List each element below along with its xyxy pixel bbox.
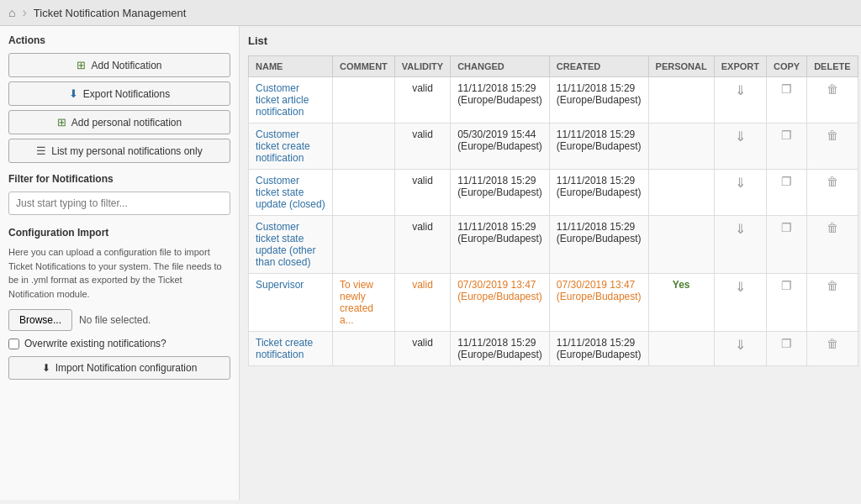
cell-name: Customer ticket state update (closed) [249,170,333,216]
list-title: List [248,34,853,47]
cell-copy: ❐ [766,123,806,170]
cell-changed: 11/11/2018 15:29(Europe/Budapest) [451,77,550,123]
cell-delete: 🗑 [807,274,858,332]
delete-icon[interactable]: 🗑 [827,337,838,350]
browse-button[interactable]: Browse... [8,309,72,331]
export-icon[interactable]: ⇓ [735,83,746,97]
col-delete: DELETE [807,56,858,77]
cell-validity: valid [394,274,450,332]
notification-name-link[interactable]: Customer ticket state update (other than… [256,221,315,268]
cell-delete: 🗑 [807,332,858,366]
cell-personal [648,123,714,170]
home-icon[interactable]: ⌂ [8,6,15,19]
cell-created: 11/11/2018 15:29(Europe/Budapest) [549,123,648,170]
breadcrumb-separator: › [22,5,26,20]
list-icon: ☰ [36,144,46,157]
cell-created: 11/11/2018 15:29(Europe/Budapest) [549,170,648,216]
export-icon[interactable]: ⇓ [735,129,746,144]
col-name: NAME [249,56,333,77]
cell-validity: valid [394,77,450,123]
cell-validity: valid [394,216,450,274]
cell-name: Customer ticket state update (other than… [249,216,333,274]
cell-copy: ❐ [766,274,806,332]
notification-name-link[interactable]: Customer ticket create notification [256,129,310,164]
cell-copy: ❐ [766,77,806,123]
delete-icon[interactable]: 🗑 [827,129,838,142]
delete-icon[interactable]: 🗑 [827,175,838,188]
export-icon[interactable]: ⇓ [735,338,746,352]
config-section: Configuration Import Here you can upload… [8,227,230,380]
sidebar: Actions ⊞ Add Notification ⬇ Export Noti… [0,26,240,500]
copy-icon[interactable]: ❐ [781,221,792,234]
copy-icon[interactable]: ❐ [781,129,792,142]
cell-changed: 05/30/2019 15:44(Europe/Budapest) [451,123,550,170]
filter-title: Filter for Notifications [8,173,230,185]
cell-delete: 🗑 [807,170,858,216]
col-export: EXPORT [714,56,766,77]
cell-export: ⇓ [714,77,766,123]
overwrite-checkbox[interactable] [8,339,19,349]
cell-copy: ❐ [766,216,806,274]
cell-comment [333,123,395,170]
col-validity: VALIDITY [394,56,450,77]
cell-export: ⇓ [714,216,766,274]
cell-name: Ticket create notification [249,332,333,366]
cell-changed: 11/11/2018 15:29(Europe/Budapest) [451,170,550,216]
delete-icon[interactable]: 🗑 [827,221,838,234]
table-row: Customer ticket state update (closed)val… [249,170,858,216]
notification-name-link[interactable]: Customer ticket state update (closed) [256,175,325,210]
cell-comment [333,77,395,123]
cell-personal [648,77,714,123]
cell-copy: ❐ [766,170,806,216]
page-title: Ticket Notification Management [34,7,187,19]
import-icon: ⬇ [42,362,50,374]
copy-icon[interactable]: ❐ [781,279,792,292]
cell-copy: ❐ [766,332,806,366]
cell-export: ⇓ [714,170,766,216]
cell-validity: valid [394,170,450,216]
export-icon[interactable]: ⇓ [735,280,746,294]
col-created: CREATED [549,56,648,77]
cell-changed: 11/11/2018 15:29(Europe/Budapest) [451,216,550,274]
config-description: Here you can upload a configuration file… [8,245,230,301]
copy-icon[interactable]: ❐ [781,82,792,96]
table-header-row: NAME COMMENT VALIDITY CHANGED CREATED PE… [249,56,858,77]
plus-icon-2: ⊞ [57,116,66,129]
config-title: Configuration Import [8,227,230,239]
col-changed: CHANGED [451,56,550,77]
plus-icon: ⊞ [77,59,86,71]
col-comment: COMMENT [333,56,395,77]
col-personal: PERSONAL [648,56,714,77]
import-button[interactable]: ⬇ Import Notification configuration [8,356,230,380]
export-notifications-button[interactable]: ⬇ Export Notifications [8,81,230,106]
notification-name-link[interactable]: Supervisor [256,279,304,291]
filter-section: Filter for Notifications [8,173,230,215]
copy-icon[interactable]: ❐ [781,175,792,188]
add-notification-button[interactable]: ⊞ Add Notification [8,53,230,77]
list-personal-button[interactable]: ☰ List my personal notifications only [8,139,230,163]
delete-icon[interactable]: 🗑 [827,279,838,292]
cell-name: Customer ticket create notification [249,123,333,170]
notification-name-link[interactable]: Customer ticket article notification [256,82,309,118]
cell-created: 07/30/2019 13:47(Europe/Budapest) [549,274,648,332]
table-row: Customer ticket create notificationvalid… [249,123,858,170]
notification-name-link[interactable]: Ticket create notification [256,337,313,360]
export-icon[interactable]: ⇓ [735,176,746,190]
overwrite-row: Overwrite existing notifications? [8,338,230,349]
cell-created: 11/11/2018 15:29(Europe/Budapest) [549,77,648,123]
cell-personal [648,216,714,274]
cell-created: 11/11/2018 15:29(Europe/Budapest) [549,332,648,366]
content-area: List NAME COMMENT VALIDITY CHANGED CREAT… [240,26,861,500]
export-icon[interactable]: ⇓ [735,222,746,236]
delete-icon[interactable]: 🗑 [827,82,838,96]
topbar: ⌂ › Ticket Notification Management [0,0,861,26]
copy-icon[interactable]: ❐ [781,337,792,350]
add-personal-notification-button[interactable]: ⊞ Add personal notification [8,110,230,134]
cell-delete: 🗑 [807,77,858,123]
cell-comment [333,332,395,366]
notifications-table: NAME COMMENT VALIDITY CHANGED CREATED PE… [248,55,858,366]
download-icon: ⬇ [69,87,78,100]
filter-input[interactable] [8,192,230,215]
col-copy: COPY [766,56,806,77]
main-layout: Actions ⊞ Add Notification ⬇ Export Noti… [0,26,861,500]
